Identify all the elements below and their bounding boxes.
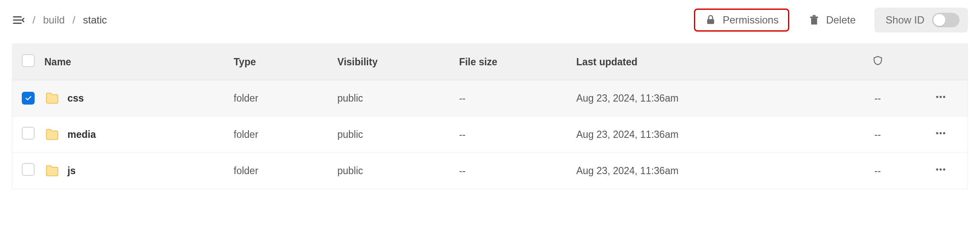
col-last-updated[interactable]: Last updated <box>571 44 842 80</box>
row-menu-button[interactable] <box>935 127 947 139</box>
file-shield: -- <box>841 80 914 117</box>
show-id-toggle-group: Show ID <box>874 8 968 32</box>
table-row[interactable]: css folder public -- Aug 23, 2024, 11:36… <box>12 80 968 117</box>
file-size: -- <box>454 153 571 189</box>
svg-point-9 <box>943 132 945 134</box>
file-name[interactable]: css <box>68 93 84 104</box>
breadcrumb-item-build[interactable]: build <box>43 14 65 26</box>
file-name[interactable]: js <box>68 165 76 177</box>
breadcrumb-separator: / <box>32 14 35 26</box>
permissions-button[interactable]: Permissions <box>694 9 789 32</box>
file-updated: Aug 23, 2024, 11:36am <box>571 80 842 117</box>
file-name[interactable]: media <box>68 129 96 140</box>
show-id-toggle[interactable] <box>932 13 959 27</box>
folder-icon <box>44 127 60 142</box>
col-visibility[interactable]: Visibility <box>332 44 454 80</box>
delete-button[interactable]: Delete <box>799 10 865 30</box>
permissions-label: Permissions <box>723 14 779 26</box>
file-visibility: public <box>332 117 454 153</box>
svg-point-5 <box>939 96 942 98</box>
file-size: -- <box>454 117 571 153</box>
file-type: folder <box>229 153 332 189</box>
svg-point-10 <box>936 168 938 170</box>
file-type: folder <box>229 117 332 153</box>
breadcrumb-separator: / <box>72 14 75 26</box>
col-type[interactable]: Type <box>229 44 332 80</box>
svg-point-4 <box>936 96 938 98</box>
trash-icon <box>808 14 820 26</box>
col-file-size[interactable]: File size <box>454 44 571 80</box>
row-checkbox[interactable] <box>22 163 35 176</box>
file-table: Name Type Visibility File size Last upda… <box>12 44 968 189</box>
breadcrumb-item-static[interactable]: static <box>83 14 107 26</box>
file-visibility: public <box>332 153 454 189</box>
row-menu-button[interactable] <box>935 91 947 103</box>
table-row[interactable]: media folder public -- Aug 23, 2024, 11:… <box>12 117 968 153</box>
file-updated: Aug 23, 2024, 11:36am <box>571 117 842 153</box>
file-type: folder <box>229 80 332 117</box>
file-updated: Aug 23, 2024, 11:36am <box>571 153 842 189</box>
row-checkbox[interactable] <box>22 127 35 140</box>
table-row[interactable]: js folder public -- Aug 23, 2024, 11:36a… <box>12 153 968 189</box>
menu-collapse-icon[interactable] <box>12 14 25 26</box>
file-size: -- <box>454 80 571 117</box>
svg-rect-0 <box>707 19 714 24</box>
svg-point-6 <box>943 96 945 98</box>
shield-icon <box>872 55 883 66</box>
svg-rect-1 <box>810 17 818 18</box>
show-id-label: Show ID <box>886 14 924 26</box>
file-shield: -- <box>841 153 914 189</box>
folder-icon <box>44 90 60 106</box>
svg-point-12 <box>943 168 945 170</box>
svg-rect-2 <box>811 18 817 24</box>
actions-bar: Permissions Delete Show ID <box>694 8 968 32</box>
file-shield: -- <box>841 117 914 153</box>
svg-point-11 <box>939 168 942 170</box>
folder-icon <box>44 163 60 178</box>
breadcrumb: / build / static <box>12 14 107 26</box>
svg-point-8 <box>939 132 942 134</box>
file-visibility: public <box>332 80 454 117</box>
row-checkbox[interactable] <box>22 92 35 105</box>
lock-icon <box>705 14 717 26</box>
svg-point-7 <box>936 132 938 134</box>
row-menu-button[interactable] <box>935 163 947 175</box>
delete-label: Delete <box>826 14 856 26</box>
col-name[interactable]: Name <box>39 44 229 80</box>
svg-rect-3 <box>812 15 815 17</box>
select-all-checkbox[interactable] <box>22 54 35 67</box>
